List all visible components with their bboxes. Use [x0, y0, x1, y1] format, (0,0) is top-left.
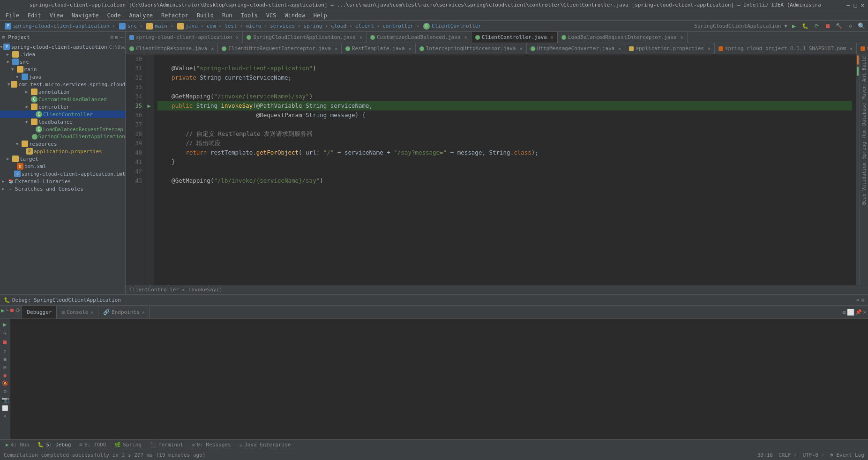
menu-build[interactable]: Build [193, 11, 217, 20]
restore-layout-btn[interactable]: ⬜ [2, 405, 8, 411]
menu-window[interactable]: Window [281, 11, 308, 20]
tab-close-rt[interactable]: ✕ [409, 46, 412, 51]
ant-build-label[interactable]: Ant Build [861, 56, 867, 82]
event-log[interactable]: ⚑ Event Log [830, 452, 864, 458]
debug-button[interactable]: 🐛 [801, 22, 810, 31]
tab-close-clb[interactable]: ✕ [464, 35, 467, 40]
tab-close-ap2[interactable]: ✕ [708, 46, 711, 51]
tree-item-controller[interactable]: ▼ controller [0, 103, 125, 111]
tree-item-idea[interactable]: ▶ .idea [0, 51, 125, 58]
endpoints-tab[interactable]: 🔗 Endpoints ↗ [98, 306, 150, 319]
tab-close-lbri[interactable]: ✕ [681, 35, 683, 40]
tree-item-src[interactable]: ▼ src [0, 58, 125, 66]
restore-icon[interactable]: ⬜ [847, 309, 854, 316]
bottom-tab-terminal[interactable]: ⬛ Terminal [146, 441, 187, 449]
mute-btn[interactable]: 🔕 [2, 380, 8, 386]
rerun-button[interactable]: ⟳ [15, 307, 21, 314]
step-into-side-btn[interactable]: ⏹ [2, 339, 8, 346]
menu-file[interactable]: File [2, 11, 23, 20]
tab-iha[interactable]: InterceptingHttpAccessor.java ✕ [416, 43, 527, 54]
tree-item-loadbalance-ann[interactable]: C CustomizedLoadBalanced [0, 96, 125, 103]
tab-close-spring[interactable]: ✕ [236, 35, 239, 40]
tab-clb[interactable]: CustomizedLoadBalanced.java ✕ [367, 32, 471, 43]
close-button[interactable]: ✕ [861, 2, 864, 8]
code-content[interactable]: @Value("spring-cloud-client-application"… [154, 54, 856, 285]
tree-item-loadbalance[interactable]: ▼ loadbalance [0, 118, 125, 126]
menu-view[interactable]: View [46, 11, 67, 20]
tab-close-iha[interactable]: ✕ [520, 46, 523, 51]
tree-item-ext-libs[interactable]: ▶ 📚 External Libraries [0, 178, 125, 185]
tab-close-chri[interactable]: ✕ [335, 46, 337, 51]
menu-analyze[interactable]: Analyze [125, 11, 157, 20]
tree-item-resources[interactable]: ▼ resources [0, 140, 125, 148]
tree-item-pom[interactable]: m pom.xml [0, 163, 125, 170]
menu-code[interactable]: Code [104, 11, 125, 20]
close-debug-panel[interactable]: ✕ [863, 309, 866, 315]
close-side-btn[interactable]: ✕ [3, 413, 7, 419]
tree-item-annotation[interactable]: ▶ annotation [0, 88, 125, 96]
bean-validation-label[interactable]: Bean Validation [861, 163, 867, 205]
tab-close-chr[interactable]: ✕ [211, 46, 214, 51]
maximize-button[interactable]: □ [854, 2, 857, 8]
tree-item-iml[interactable]: i spring-cloud-client-application.iml [0, 170, 125, 178]
tree-item-java[interactable]: ▼ java [0, 73, 125, 81]
tree-item-scca[interactable]: SpringCloudClientApplication [0, 133, 125, 140]
nav-project[interactable]: P spring-cloud-client-application [2, 22, 111, 30]
step-over-side-btn[interactable]: ↷ [3, 330, 7, 337]
tab-rt[interactable]: RestTemplate.java ✕ [342, 43, 416, 54]
stop-button[interactable]: ⏹ [823, 22, 832, 31]
settings-button[interactable]: ⚙ [846, 22, 855, 31]
nav-clientcontroller[interactable]: C ClientController [420, 22, 483, 30]
sidebar-collapse-icon[interactable]: — [120, 34, 123, 40]
database-label[interactable]: Database [861, 103, 867, 126]
window-controls[interactable]: — □ ✕ [846, 2, 864, 8]
bottom-tab-run[interactable]: ▶ 4: Run [2, 441, 33, 449]
run-button[interactable]: ▶ [789, 22, 799, 31]
console-tab[interactable]: ⊞ Console ↗ [57, 306, 98, 319]
search-button[interactable]: 🔍 [857, 22, 866, 31]
stop-debug-button[interactable]: ⏹ [9, 307, 15, 313]
maven-label[interactable]: Maven [861, 85, 867, 99]
tab-chr[interactable]: ClientHttpResponse.java ✕ [126, 43, 218, 54]
tab-scca[interactable]: SpringCloudClientApplication.java ✕ [243, 32, 367, 43]
bottom-tab-messages[interactable]: ✉ 0: Messages [188, 441, 234, 449]
tree-item-appprops[interactable]: P application.properties [0, 148, 125, 155]
bottom-tab-todo[interactable]: ≡ 6: TODO [75, 441, 110, 449]
tree-item-clientcontroller[interactable]: C ClientController [0, 111, 125, 118]
bottom-tab-debug[interactable]: 🐛 5: Debug [34, 441, 75, 449]
menu-navigate[interactable]: Navigate [68, 11, 103, 20]
sidebar-layout-icon[interactable]: ⊞ [115, 34, 119, 40]
debug-close[interactable]: ✕ [856, 297, 860, 303]
nav-services[interactable]: services [268, 22, 297, 30]
nav-spring[interactable]: spring [302, 22, 324, 30]
resume-button[interactable]: ▶ [1, 307, 5, 314]
run-to-cursor-btn[interactable]: ≡ [3, 356, 7, 363]
menu-edit[interactable]: Edit [24, 11, 45, 20]
minimize-button[interactable]: — [846, 2, 850, 8]
bottom-tab-java-enterprise[interactable]: ☕ Java Enterprise [236, 441, 295, 449]
tab-ap2[interactable]: application.properties ✕ [625, 43, 715, 54]
menu-tools[interactable]: Tools [237, 11, 262, 20]
nav-main[interactable]: main [143, 22, 169, 30]
line-endings[interactable]: CRLF ÷ [778, 452, 797, 458]
nav-cloud[interactable]: cloud [329, 22, 348, 30]
step-over-button[interactable]: ↷ [6, 307, 9, 313]
editor-scrollbar[interactable] [856, 54, 860, 285]
tree-item-pkg[interactable]: ▼ com.test.micro.services.spring.cloud [0, 81, 125, 88]
tree-item-lbri[interactable]: C LoadBalancedRequestIntercep [0, 126, 125, 133]
tab-mspom[interactable]: microservices-project-0.0.1-SNAPSHOT.pom… [857, 43, 868, 54]
run-config-selector[interactable]: SpringCloudClientApplication ▼ [694, 23, 787, 29]
tab-close-scca[interactable]: ✕ [359, 35, 362, 40]
nav-test[interactable]: test [223, 22, 239, 30]
menu-vcs[interactable]: VCS [262, 11, 280, 20]
evaluate-btn[interactable]: ⊞ [3, 364, 7, 371]
tab-close-cc[interactable]: ✕ [551, 35, 554, 40]
tree-item-target[interactable]: ▶ target [0, 155, 125, 163]
file-encoding[interactable]: UTF-8 ÷ [803, 452, 824, 458]
tab-lbri[interactable]: LoadBalancedRequestInterceptor.java ✕ [558, 32, 688, 43]
tree-item-scratches[interactable]: ▶ ✏ Scratches and Consoles [0, 185, 125, 193]
bottom-tab-spring[interactable]: 🌿 Spring [111, 441, 145, 449]
tab-cc[interactable]: ClientController.java ✕ [471, 32, 558, 43]
nav-src[interactable]: src [116, 22, 139, 30]
step-out-side-btn[interactable]: ↑ [3, 348, 7, 355]
